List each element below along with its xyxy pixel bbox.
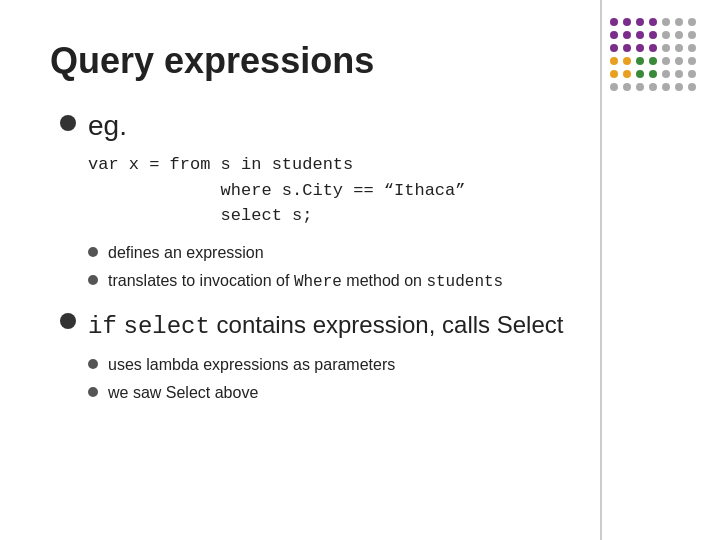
dot-grid-dot	[623, 44, 631, 52]
dot-grid-dot	[688, 31, 696, 39]
dot-grid-dot	[662, 83, 670, 91]
dot-grid-dot	[636, 70, 644, 78]
dot-grid-dot	[675, 57, 683, 65]
dot-grid-dot	[675, 31, 683, 39]
dot-grid-dot	[688, 44, 696, 52]
bullet-if: if select contains expression, calls Sel…	[60, 308, 670, 344]
sub-text-2: translates to invocation of Where method…	[108, 269, 503, 294]
where-code: Where	[294, 273, 342, 291]
dot-grid-dot	[636, 44, 644, 52]
code-line-2: where s.City == “Ithaca”	[88, 181, 465, 200]
dot-grid-dot	[623, 57, 631, 65]
dot-grid-dot	[610, 70, 618, 78]
students-code: students	[426, 273, 503, 291]
if-code: if	[88, 313, 117, 340]
sub-bullet-row-2: translates to invocation of Where method…	[88, 269, 670, 294]
dot-grid-dot	[675, 18, 683, 26]
slide-content: eg. var x = from s in students where s.C…	[60, 110, 670, 405]
dot-grid-dot	[636, 83, 644, 91]
dot-grid-dot	[610, 18, 618, 26]
code-line-1: var x = from s in students	[88, 155, 353, 174]
dot-grid-dot	[688, 18, 696, 26]
dot-grid-dot	[649, 18, 657, 26]
bullet-dot-small-1	[88, 247, 98, 257]
dot-grid-dot	[649, 44, 657, 52]
dot-grid-dot	[636, 18, 644, 26]
dot-grid-dot	[610, 83, 618, 91]
dot-grid-dot	[662, 44, 670, 52]
sub-bullet-row-3: uses lambda expressions as parameters	[88, 353, 670, 377]
dot-grid-dot	[662, 57, 670, 65]
dot-grid-dot	[662, 31, 670, 39]
sub-bullet-row-1: defines an expression	[88, 241, 670, 265]
dot-grid-decoration	[610, 18, 700, 98]
dot-grid-dot	[675, 83, 683, 91]
sub-text-4: we saw Select above	[108, 381, 258, 405]
slide-title: Query expressions	[50, 40, 670, 82]
dot-grid-dot	[688, 83, 696, 91]
dot-grid-dot	[623, 83, 631, 91]
dot-grid-dot	[675, 70, 683, 78]
slide: Query expressions eg. var x = from s in …	[0, 0, 720, 540]
sub-text-3: uses lambda expressions as parameters	[108, 353, 395, 377]
bullet-dot-2	[60, 313, 76, 329]
dot-grid-dot	[649, 70, 657, 78]
code-block: var x = from s in students where s.City …	[88, 152, 670, 229]
dot-grid-dot	[675, 44, 683, 52]
bullet-eg: eg.	[60, 110, 670, 142]
dot-grid-dot	[623, 31, 631, 39]
bullet-dot-1	[60, 115, 76, 131]
select-label: Select	[497, 311, 564, 338]
select-keyword: select	[123, 313, 209, 340]
dot-grid-dot	[623, 70, 631, 78]
dot-grid-dot	[662, 70, 670, 78]
code-line-3: select s;	[88, 206, 312, 225]
dot-grid-dot	[636, 57, 644, 65]
dot-grid-dot	[610, 31, 618, 39]
bullet-dot-small-4	[88, 387, 98, 397]
if-line: if select contains expression, calls Sel…	[88, 308, 563, 344]
bullet-dot-small-3	[88, 359, 98, 369]
dot-grid-dot	[649, 83, 657, 91]
sub-bullets-2: uses lambda expressions as parameters we…	[88, 353, 670, 405]
dot-grid-dot	[662, 18, 670, 26]
dot-grid-dot	[649, 31, 657, 39]
contains-text: contains expression, calls	[217, 311, 497, 338]
sub-bullet-row-4: we saw Select above	[88, 381, 670, 405]
vertical-divider	[600, 0, 602, 540]
dot-grid-dot	[688, 70, 696, 78]
dot-grid-dot	[649, 57, 657, 65]
sub-text-1: defines an expression	[108, 241, 264, 265]
sub-bullets-1: defines an expression translates to invo…	[88, 241, 670, 294]
bullet-dot-small-2	[88, 275, 98, 285]
dot-grid-dot	[610, 44, 618, 52]
dot-grid-dot	[688, 57, 696, 65]
dot-grid-dot	[623, 18, 631, 26]
eg-label: eg.	[88, 110, 127, 142]
dot-grid-dot	[610, 57, 618, 65]
dot-grid-dot	[636, 31, 644, 39]
